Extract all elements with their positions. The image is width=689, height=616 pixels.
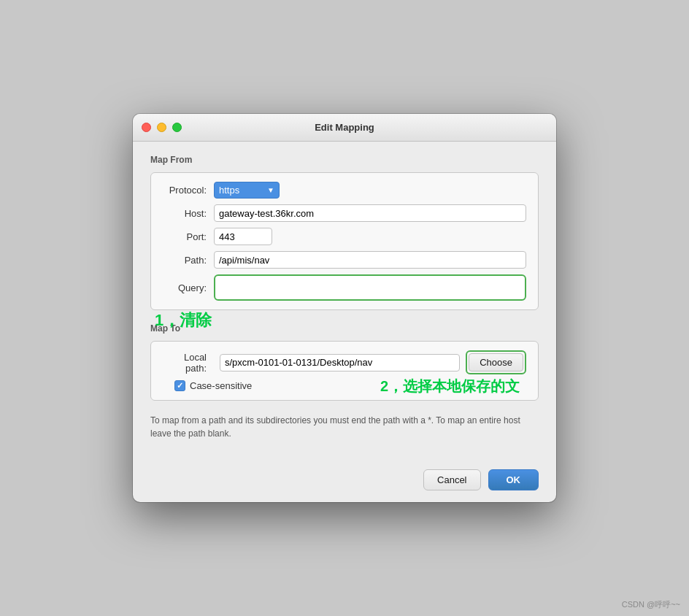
host-input[interactable] [214,204,526,222]
query-input-wrapper [214,274,526,301]
close-button[interactable] [142,123,151,132]
case-sensitive-checkbox[interactable]: ✓ [174,380,185,391]
dialog-body: Map From Protocol: https ▼ Host: [133,142,556,463]
map-to-section: Map To Local path: Choose ✓ Case-sensiti… [150,323,539,401]
case-sensitive-row: ✓ Case-sensitive [163,380,526,391]
cancel-button[interactable]: Cancel [423,469,480,490]
ok-button[interactable]: OK [488,469,539,490]
maximize-button[interactable] [172,123,182,132]
map-to-box: Local path: Choose ✓ Case-sensitive [150,341,539,401]
protocol-select[interactable]: https ▼ [214,182,280,199]
chevron-down-icon: ▼ [267,186,274,194]
local-path-input[interactable] [220,354,460,371]
map-from-box: Protocol: https ▼ Host: Port: [150,172,539,310]
protocol-value: https [219,185,263,196]
host-row: Host: [163,204,526,222]
query-row: Query: [163,274,526,301]
query-label: Query: [163,282,214,293]
host-label: Host: [163,208,214,219]
map-to-label: Map To [150,323,539,334]
protocol-label: Protocol: [163,185,214,196]
dialog-title: Edit Mapping [315,122,374,133]
port-row: Port: [163,228,526,245]
query-input[interactable] [217,277,523,298]
local-path-row: Local path: Choose [163,350,526,374]
protocol-row: Protocol: https ▼ [163,182,526,199]
path-label: Path: [163,255,214,266]
info-text: To map from a path and its subdirectorie… [150,414,539,440]
port-label: Port: [163,231,214,242]
path-row: Path: [163,251,526,269]
title-bar: Edit Mapping [133,114,556,142]
case-sensitive-label: Case-sensitive [190,380,252,391]
choose-button[interactable]: Choose [469,353,523,371]
dialog-edit-mapping: Edit Mapping Map From Protocol: https ▼ … [133,114,556,502]
minimize-button[interactable] [157,123,166,132]
checkmark-icon: ✓ [177,381,183,390]
dialog-footer: Cancel OK [133,463,556,502]
map-from-label: Map From [150,155,539,165]
map-from-section: Map From Protocol: https ▼ Host: [150,155,539,310]
path-input[interactable] [214,251,526,269]
watermark: CSDN @呼呼~~ [622,599,680,610]
traffic-light-buttons [142,123,182,132]
port-input[interactable] [214,228,272,245]
choose-btn-wrapper: Choose [466,350,526,374]
local-path-label: Local path: [163,352,214,374]
